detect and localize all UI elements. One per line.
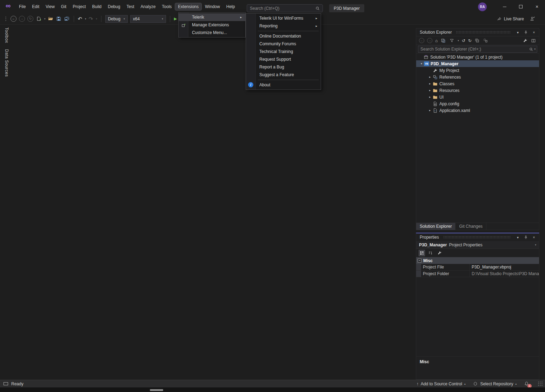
expander-open-icon[interactable]: ▾: [419, 62, 424, 65]
search-icon[interactable]: [528, 46, 534, 52]
collapse-all-icon[interactable]: [474, 38, 480, 44]
notifications-button[interactable]: 1: [524, 381, 529, 387]
close-icon[interactable]: ×: [531, 31, 537, 34]
expander-closed-icon[interactable]: ▸: [427, 89, 432, 92]
menu-item-technical-training[interactable]: Technical Training: [246, 48, 321, 55]
property-category-misc[interactable]: − Misc: [416, 257, 539, 264]
menu-item-telerik[interactable]: Telerik ▸: [179, 13, 245, 21]
sync-with-active-document-icon[interactable]: ↺: [462, 38, 465, 43]
tree-item-solution[interactable]: Solution 'P3D Manager' (1 of 1 project): [416, 54, 539, 60]
close-icon[interactable]: ×: [531, 235, 537, 239]
expander-closed-icon[interactable]: ▸: [427, 95, 432, 99]
categorized-view-icon[interactable]: [419, 250, 425, 256]
tree-item-my-project[interactable]: My Project: [416, 67, 539, 74]
tree-item-application-xaml[interactable]: ▸ Application.xaml: [416, 107, 539, 114]
solution-platform-dropdown[interactable]: x64 ▾: [130, 15, 166, 23]
add-to-source-control-button[interactable]: ↑ Add to Source Control ▴: [417, 381, 466, 386]
menu-item-telerik-ui-for-winforms[interactable]: Telerik UI for WinForms ▸: [246, 14, 321, 22]
redo-dropdown-icon[interactable]: ▾: [96, 18, 97, 20]
side-tab-toolbox[interactable]: Toolbox: [4, 27, 9, 43]
property-row-project-file[interactable]: Project File P3D_Manager.vbproj: [416, 264, 539, 271]
menu-item-about[interactable]: i About: [246, 81, 321, 89]
tree-item-p3d-manager[interactable]: ▾ VB P3D_Manager: [416, 60, 539, 67]
undo-icon[interactable]: ↶: [78, 16, 82, 22]
tree-item-classes[interactable]: ▸ Classes: [416, 80, 539, 87]
properties-object-dropdown[interactable]: P3D_Manager Project Properties ▾: [416, 241, 539, 249]
menu-file[interactable]: File: [16, 3, 28, 10]
menu-help[interactable]: Help: [224, 3, 238, 10]
global-search-box[interactable]: [247, 4, 323, 12]
menu-tools[interactable]: Tools: [159, 3, 174, 10]
new-project-dropdown-icon[interactable]: ▾: [44, 18, 46, 20]
filter-dropdown-icon[interactable]: ▾: [458, 39, 459, 42]
menu-item-suggest-a-feature[interactable]: Suggest a Feature: [246, 71, 321, 79]
menu-item-online-documentation[interactable]: Online Documentation: [246, 32, 321, 40]
send-feedback-icon[interactable]: [530, 16, 535, 22]
menu-item-community-forums[interactable]: Community Forums: [246, 40, 321, 48]
maximize-button[interactable]: [513, 0, 529, 13]
filter-icon[interactable]: [449, 38, 454, 44]
pin-icon[interactable]: [523, 235, 529, 240]
tree-item-app-config[interactable]: App.config: [416, 100, 539, 107]
collapse-category-icon[interactable]: −: [418, 259, 421, 263]
expander-closed-icon[interactable]: ▸: [427, 82, 432, 85]
live-share-button[interactable]: Live Share: [497, 16, 524, 22]
global-search-input[interactable]: [247, 6, 315, 11]
properties-header[interactable]: Properties ▾ ×: [416, 233, 539, 241]
property-pages-icon[interactable]: [437, 250, 442, 256]
toolbar-grip-handle[interactable]: [5, 16, 7, 22]
preview-selected-items-icon[interactable]: [531, 38, 536, 44]
menu-extensions[interactable]: Extensions: [175, 3, 201, 10]
tree-item-resources[interactable]: ▸ Resources: [416, 87, 539, 94]
open-file-icon[interactable]: [48, 16, 54, 22]
menu-item-report-a-bug[interactable]: Report a Bug: [246, 63, 321, 71]
show-all-files-icon[interactable]: [483, 38, 488, 44]
close-button[interactable]: ×: [529, 0, 545, 13]
menu-edit[interactable]: Edit: [29, 3, 42, 10]
menu-item-reporting[interactable]: Reporting ▸: [246, 22, 321, 30]
navigate-forward-icon[interactable]: →: [427, 38, 432, 43]
nav-history-icon[interactable]: ↻: [27, 16, 33, 22]
menu-analyze[interactable]: Analyze: [138, 3, 159, 10]
panel-drag-dots[interactable]: [456, 31, 511, 34]
solution-configuration-dropdown[interactable]: Debug ▾: [105, 15, 128, 23]
menu-item-customize-menu[interactable]: Customize Menu...: [179, 29, 245, 36]
account-avatar[interactable]: RA: [478, 2, 487, 11]
expander-closed-icon[interactable]: ▸: [427, 109, 432, 112]
navigate-back-icon[interactable]: ←: [419, 38, 424, 43]
search-options-icon[interactable]: ▾: [534, 48, 536, 51]
navigate-forward-icon[interactable]: →: [19, 16, 25, 22]
menu-project[interactable]: Project: [70, 3, 88, 10]
panel-drag-dots[interactable]: [443, 236, 511, 239]
tab-solution-explorer[interactable]: Solution Explorer: [416, 223, 456, 230]
menu-view[interactable]: View: [43, 3, 58, 10]
tab-git-changes[interactable]: Git Changes: [456, 223, 486, 230]
navigate-back-icon[interactable]: ←: [11, 16, 16, 22]
resize-grip[interactable]: [538, 381, 543, 386]
menu-git[interactable]: Git: [58, 3, 69, 10]
tree-item-references[interactable]: ▸ References: [416, 74, 539, 80]
select-repository-button[interactable]: Select Repository ▴: [472, 381, 517, 387]
save-all-icon[interactable]: [64, 16, 70, 22]
expander-closed-icon[interactable]: ▸: [427, 75, 432, 79]
search-icon[interactable]: [315, 6, 320, 11]
menu-item-manage-extensions[interactable]: Manage Extensions: [179, 21, 245, 29]
solution-explorer-header[interactable]: Solution Explorer ▾ ×: [416, 28, 539, 36]
start-debugging-icon[interactable]: ▶: [174, 16, 177, 21]
menu-test[interactable]: Test: [124, 3, 137, 10]
window-position-icon[interactable]: ▾: [515, 235, 521, 239]
refresh-icon[interactable]: ↻: [468, 38, 472, 43]
home-icon[interactable]: ⌂: [435, 38, 438, 43]
menu-debug[interactable]: Debug: [105, 3, 123, 10]
property-value[interactable]: D:\Visual Studio Projects\P3D Manag: [470, 271, 539, 277]
side-tab-data-sources[interactable]: Data Sources: [4, 49, 9, 77]
save-icon[interactable]: [56, 16, 62, 22]
property-row-project-folder[interactable]: Project Folder D:\Visual Studio Projects…: [416, 271, 539, 277]
undo-dropdown-icon[interactable]: ▾: [85, 18, 86, 20]
menu-window[interactable]: Window: [202, 3, 223, 10]
menu-item-request-support[interactable]: Request Support: [246, 55, 321, 63]
alphabetical-sort-icon[interactable]: [428, 250, 433, 256]
property-value[interactable]: P3D_Manager.vbproj: [470, 264, 539, 270]
new-project-icon[interactable]: [36, 16, 41, 22]
menu-build[interactable]: Build: [89, 3, 105, 10]
